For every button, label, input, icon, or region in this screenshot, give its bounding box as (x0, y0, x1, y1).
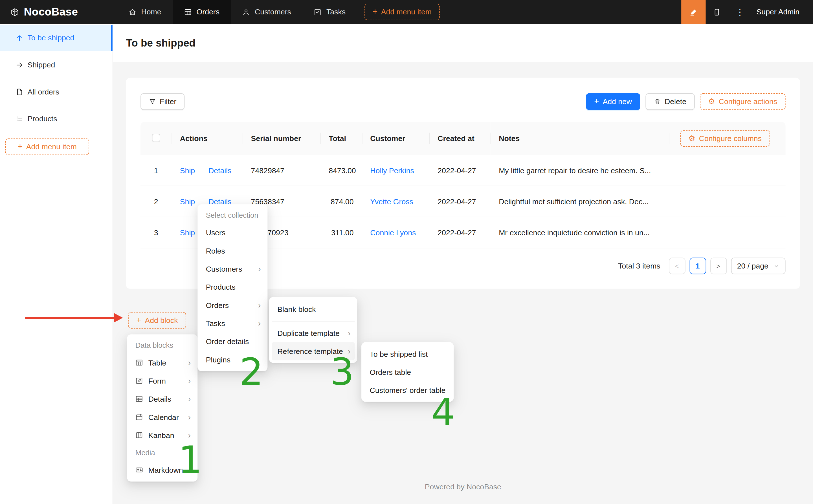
nav-item-label: Tasks (326, 8, 346, 16)
total-cell: 874.00 (320, 186, 362, 217)
footer: Powered by NocoBase (113, 483, 813, 491)
chevron-right-icon: › (258, 265, 261, 273)
customer-link[interactable]: Holly Perkins (370, 166, 414, 174)
chevron-right-icon: › (188, 358, 191, 367)
mobile-preview-button[interactable] (706, 0, 728, 24)
configure-columns-button[interactable]: ⚙ Configure columns (680, 130, 770, 147)
total-cell: 311.00 (320, 217, 362, 248)
app: NocoBase Home Orders Customers (0, 0, 813, 504)
pagination-next-button[interactable]: > (710, 257, 727, 274)
annotation-step-3: 3 (330, 353, 354, 390)
nav-item-label: Home (141, 8, 161, 16)
menu-item-to-be-shipped-list[interactable]: To be shipped list (364, 345, 451, 363)
page-header: To be shipped (113, 24, 813, 62)
ui-editor-button[interactable] (681, 0, 706, 24)
menu-item-details[interactable]: Details › (130, 390, 195, 408)
menu-item-calendar[interactable]: Calendar › (130, 408, 195, 426)
notes-cell: Delightful met sufficient projection ask… (491, 186, 669, 217)
annotation-step-1: 1 (178, 441, 202, 478)
navbar-add-menu-item-button[interactable]: + Add menu item (364, 4, 440, 20)
plus-icon: + (373, 8, 377, 16)
nav-item-home[interactable]: Home (117, 0, 173, 24)
menu-item-form[interactable]: Form › (130, 372, 195, 390)
menu-item-users[interactable]: Users (200, 223, 265, 241)
created-at-cell: 2022-04-27 (429, 155, 491, 186)
column-header-actions: Actions (172, 122, 243, 155)
column-header-serial-number: Serial number (243, 122, 320, 155)
sidebar-item-products[interactable]: Products (0, 106, 113, 132)
file-icon (16, 88, 23, 96)
top-navbar: NocoBase Home Orders Customers (0, 0, 813, 24)
user-menu[interactable]: Super Admin (751, 8, 813, 16)
table-icon (135, 359, 143, 367)
menu-divider (272, 322, 355, 322)
annotation-arrow (25, 312, 123, 323)
sidebar-item-all-orders[interactable]: All orders (0, 79, 113, 105)
delete-button[interactable]: Delete (645, 93, 695, 110)
kanban-icon (135, 431, 143, 439)
plus-icon: + (136, 316, 141, 324)
nav-item-customers[interactable]: Customers (231, 0, 303, 24)
menu-item-duplicate-template[interactable]: Duplicate template› (272, 324, 355, 342)
page-title: To be shipped (126, 37, 195, 49)
customer-link[interactable]: Yvette Gross (370, 197, 413, 205)
chevron-right-icon: › (348, 329, 351, 337)
menu-group-data-blocks: Data blocks (130, 337, 195, 354)
user-icon (242, 8, 250, 16)
more-menu-button[interactable]: ⋮ (728, 0, 751, 24)
nav-item-orders[interactable]: Orders (173, 0, 231, 24)
sidebar-item-label: To be shipped (27, 34, 74, 42)
details-icon (135, 395, 143, 403)
table-toolbar: Filter + Add new Delete (140, 93, 785, 110)
details-action-link[interactable]: Details (208, 166, 231, 174)
serial-number-cell: 74829847 (243, 155, 320, 186)
sidebar-item-label: Products (27, 115, 57, 123)
column-header-total: Total (320, 122, 362, 155)
add-block-button[interactable]: + Add block (128, 312, 186, 329)
list-icon (16, 115, 23, 123)
select-all-checkbox[interactable] (152, 133, 160, 142)
menu-item-products[interactable]: Products (200, 278, 265, 296)
page-size-select[interactable]: 20 / page (731, 257, 786, 274)
pagination-page-1-button[interactable]: 1 (689, 257, 706, 274)
annotation-step-4: 4 (431, 393, 455, 431)
notes-cell: Mr excellence inquietude conviction is i… (491, 217, 669, 248)
menu-item-roles[interactable]: Roles (200, 242, 265, 260)
menu-item-table[interactable]: Table › (130, 354, 195, 372)
total-cell: 8473.00 (320, 155, 362, 186)
gear-icon: ⚙ (688, 135, 695, 142)
created-at-cell: 2022-04-27 (429, 217, 491, 248)
brand[interactable]: NocoBase (0, 6, 87, 18)
plus-icon: + (18, 142, 23, 151)
chevron-right-icon: › (188, 395, 191, 403)
sidebar-add-menu-item-button[interactable]: + Add menu item (5, 138, 89, 155)
menu-item-orders[interactable]: Orders› (200, 296, 265, 314)
menu-item-orders-table[interactable]: Orders table (364, 363, 451, 381)
add-new-button[interactable]: + Add new (586, 93, 640, 110)
ship-action-link[interactable]: Ship (180, 228, 195, 237)
table-icon (184, 8, 192, 16)
menu-item-customers[interactable]: Customers› (200, 260, 265, 278)
nav-item-label: Customers (255, 8, 291, 16)
arrow-up-icon (16, 34, 23, 42)
customer-link[interactable]: Connie Lyons (370, 228, 416, 237)
filter-button[interactable]: Filter (140, 93, 185, 110)
annotation-step-2: 2 (239, 353, 263, 390)
menu-item-order-details[interactable]: Order details (200, 332, 265, 350)
menu-group-select-collection: Select collection (200, 207, 265, 223)
ellipsis-icon: ⋮ (735, 8, 744, 16)
gear-icon: ⚙ (708, 98, 715, 105)
table-row: 1 ShipDetails 74829847 8473.00 Holly Per… (140, 155, 785, 186)
menu-item-blank-block[interactable]: Blank block (272, 300, 355, 319)
configure-actions-button[interactable]: ⚙ Configure actions (700, 93, 786, 110)
sidebar-item-shipped[interactable]: Shipped (0, 52, 113, 78)
ship-action-link[interactable]: Ship (180, 197, 195, 205)
chevron-down-icon (774, 263, 779, 269)
arrow-shaft (25, 317, 115, 318)
ship-action-link[interactable]: Ship (180, 166, 195, 174)
column-header-created-at: Created at (429, 122, 491, 155)
nav-item-tasks[interactable]: Tasks (302, 0, 357, 24)
sidebar-item-to-be-shipped[interactable]: To be shipped (0, 25, 113, 51)
menu-item-tasks[interactable]: Tasks› (200, 314, 265, 332)
pagination-prev-button[interactable]: < (669, 257, 685, 274)
